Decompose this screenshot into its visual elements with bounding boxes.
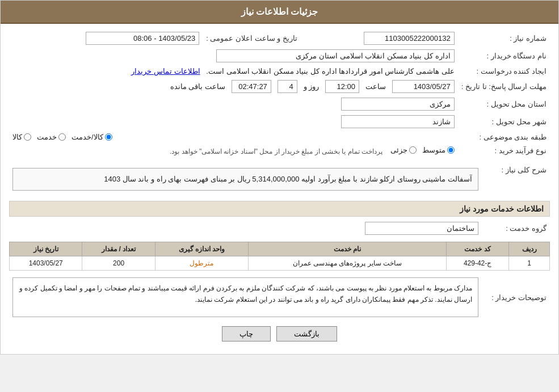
col-radif: ردیف	[509, 242, 550, 256]
tarikh-field: 1403/05/23 - 08:06	[86, 32, 199, 45]
service-info-title: اطلاعات خدمات مورد نیاز	[9, 201, 550, 217]
tabaqe-kala: کالا	[12, 133, 31, 141]
mohlat-saat-label: ساعت	[365, 82, 386, 91]
tabaqe-khedmat: خدمت	[37, 133, 66, 141]
tabaqe-kala-label: کالا	[12, 133, 22, 141]
shahr-label: شهر محل تحویل :	[458, 113, 550, 130]
tabaqe-kala-radio[interactable]	[24, 133, 31, 141]
nooe-farayand-radio-group: جزئی متوسط	[390, 146, 455, 154]
tarikh-value: 1403/05/23 - 08:06	[9, 29, 203, 47]
tabaqe-label: طبقه بندی موضوعی :	[458, 130, 550, 144]
tarikh-label: تاریخ و ساعت اعلان عمومی :	[203, 29, 301, 47]
name-dastgah-label: نام دستگاه خریدار :	[458, 47, 550, 65]
farayand-motavasset-label: متوسط	[422, 146, 445, 154]
table-cell: ساخت سایر پروژه‌های مهندسی عمران	[249, 256, 447, 271]
ijad-konande-value: علی هاشمی کارشناس امور قراردادها اداره ک…	[206, 67, 454, 75]
ijad-konande-row: علی هاشمی کارشناس امور قراردادها اداره ک…	[9, 65, 458, 78]
print-button[interactable]: چاپ	[222, 326, 271, 342]
mohlat-roz-label: روز و	[304, 82, 320, 91]
tabaqe-radio-group: کالا خدمت کالا/خدمت	[12, 133, 455, 141]
table-row: 1ج-42-429ساخت سایر پروژه‌های مهندسی عمرا…	[10, 256, 550, 271]
tabaqe-khedmat-radio[interactable]	[58, 133, 66, 141]
tabaqe-kala-khedmat-radio[interactable]	[105, 133, 112, 141]
main-content: شماره نیاز : 1103005222000132 تاریخ و سا…	[1, 24, 558, 354]
notes-value: مدارک مربوط به استعلام مورد نظر به پیوست…	[9, 275, 482, 319]
service-table: ردیف کد خدمت نام خدمت واحد اندازه گیری ت…	[9, 242, 550, 271]
mohlat-roz-field: 4	[278, 80, 297, 93]
tabaqe-row: کالا خدمت کالا/خدمت	[9, 130, 458, 144]
table-cell: 1403/05/27	[10, 256, 82, 271]
tabaqe-khedmat-label: خدمت	[37, 133, 57, 141]
group-label: گروه خدمت :	[482, 220, 550, 237]
nooe-farayand-label: نوع فرآیند خرید :	[458, 144, 550, 158]
farayand-jozi-radio[interactable]	[409, 146, 417, 154]
shomara-niaz-field: 1103005222000132	[364, 32, 455, 45]
tabaqe-kala-khedmat: کالا/خدمت	[72, 133, 112, 141]
ostan-field: مرکزی	[341, 98, 455, 111]
contact-link[interactable]: اطلاعات تماس خریدار	[131, 67, 200, 75]
col-amount: تعداد / مقدار	[82, 242, 155, 256]
col-code: کد خدمت	[446, 242, 509, 256]
sharh-box: آسفالت ماشینی روستای ارکلو شازند با مبلغ…	[12, 168, 478, 191]
farayand-jozi-label: جزئی	[390, 146, 407, 154]
table-cell: ج-42-429	[446, 256, 509, 271]
farayand-jozi: جزئی	[390, 146, 417, 154]
ostan-value: مرکزی	[9, 95, 458, 113]
shomara-niaz-label: شماره نیاز :	[458, 29, 550, 47]
shomara-niaz-value: 1103005222000132	[301, 29, 458, 47]
group-table: گروه خدمت : ساختمان	[9, 220, 550, 237]
sharh-label: شرح کلی نیاز :	[482, 162, 550, 196]
ostan-label: استان محل تحویل :	[458, 95, 550, 113]
mohlat-row: 1403/05/27 ساعت 12:00 روز و 4 02:47:27 س…	[9, 78, 458, 95]
notes-box: مدارک مربوط به استعلام مورد نظر به پیوست…	[12, 277, 478, 317]
mohlat-saat-field: 12:00	[325, 80, 359, 93]
ijad-konande-label: ایجاد کننده درخواست :	[458, 65, 550, 78]
nooe-farayand-row: جزئی متوسط پرداخت تمام یا بخشی از مبلغ خ…	[9, 144, 458, 158]
header-title: جزئیات اطلاعات نیاز	[241, 7, 318, 16]
shahr-value: شازند	[9, 113, 458, 130]
top-info-table: شماره نیاز : 1103005222000132 تاریخ و سا…	[9, 29, 550, 158]
table-cell: مترطول	[155, 256, 248, 271]
farayand-motavasset-radio[interactable]	[447, 146, 455, 154]
back-button[interactable]: بازگشت	[276, 326, 337, 342]
sharh-value: آسفالت ماشینی روستای ارکلو شازند با مبلغ…	[9, 162, 482, 196]
farayand-note: پرداخت تمام یا بخشی از مبلغ خریدار از مح…	[170, 147, 383, 155]
table-cell: 1	[509, 256, 550, 271]
buyer-label: توصیحات خریدار :	[482, 275, 550, 319]
table-cell: 200	[82, 256, 155, 271]
name-dastgah-value: اداره کل بنیاد مسکن انقلاب اسلامی استان …	[9, 47, 458, 65]
sharh-table: شرح کلی نیاز : آسفالت ماشینی روستای ارکل…	[9, 162, 550, 196]
col-date: تاریخ نیاز	[10, 242, 82, 256]
col-unit: واحد اندازه گیری	[155, 242, 248, 256]
mohlat-label: مهلت ارسال پاسخ: تا تاریخ :	[458, 78, 550, 95]
col-name: نام خدمت	[249, 242, 447, 256]
group-value: ساختمان	[9, 220, 482, 237]
name-dastgah-field: اداره کل بنیاد مسکن انقلاب اسلامی استان …	[216, 49, 455, 62]
mohlat-baqi-field: 02:47:27	[232, 80, 271, 93]
notes-table: توصیحات خریدار : مدارک مربوط به استعلام …	[9, 275, 550, 319]
mohlat-date-field: 1403/05/27	[392, 80, 455, 93]
mohlat-baqi-label: ساعت باقی مانده	[170, 82, 225, 91]
farayand-motavasset: متوسط	[422, 146, 455, 154]
tabaqe-kala-khedmat-label: کالا/خدمت	[72, 133, 103, 141]
buttons-row: بازگشت چاپ	[9, 326, 550, 342]
shahr-field: شازند	[341, 115, 455, 128]
page-header: جزئیات اطلاعات نیاز	[1, 1, 558, 24]
group-field: ساختمان	[365, 222, 478, 235]
page-wrapper: جزئیات اطلاعات نیاز شماره نیاز : 1103005…	[0, 0, 559, 355]
